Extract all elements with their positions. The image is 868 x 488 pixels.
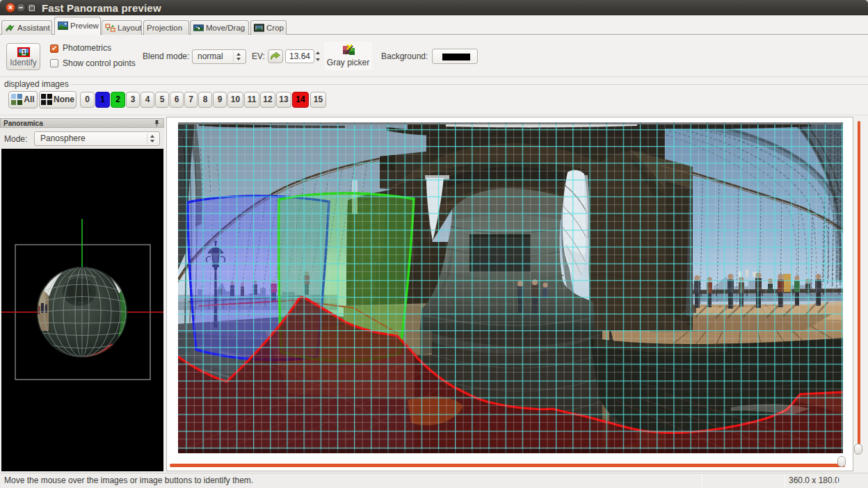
svg-text:1: 1 — [22, 49, 25, 56]
